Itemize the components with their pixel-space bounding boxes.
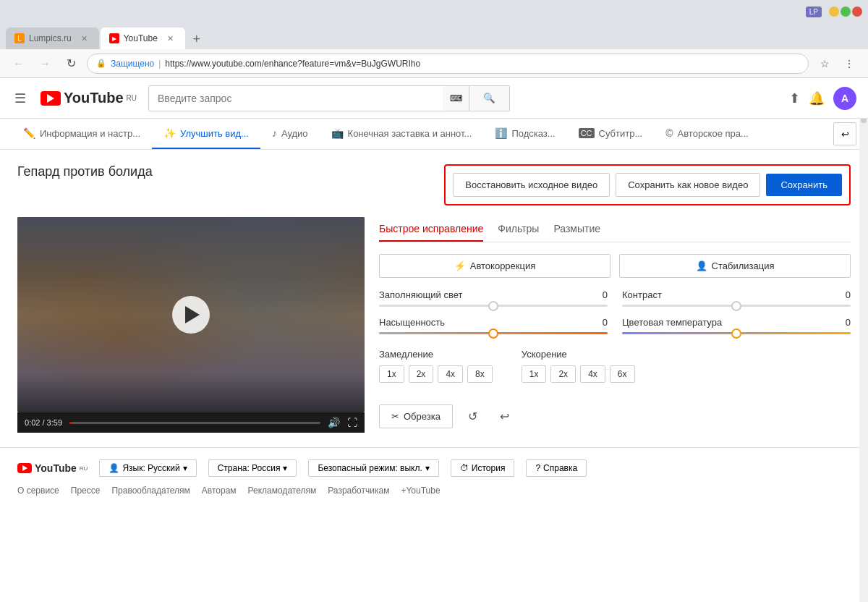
fill-light-slider[interactable] [379, 305, 608, 307]
fullscreen-icon[interactable]: ⛶ [347, 417, 357, 428]
tab-info[interactable]: ✏️ Информация и настр... [12, 119, 152, 149]
enhance-tabs: Быстрое исправление Фильтры Размытие [379, 217, 851, 242]
tab-audio[interactable]: ♪ Аудио [260, 119, 320, 149]
autocorrect-button[interactable]: ⚡ Автокоррекция [379, 254, 610, 278]
slow-2x-button[interactable]: 2х [409, 365, 434, 383]
play-button[interactable] [172, 296, 210, 334]
blur-tab[interactable]: Размытие [553, 217, 600, 242]
footer-link-developers[interactable]: Разработчикам [328, 486, 389, 496]
contrast-slider[interactable] [622, 305, 851, 307]
action-buttons-container: Восстановить исходное видео Сохранить ка… [444, 164, 851, 205]
fill-light-thumb[interactable] [488, 301, 498, 311]
color-temp-label: Цветовая температура [622, 317, 830, 328]
tab-enhance[interactable]: ✨ Улучшить вид... [152, 119, 260, 149]
tab-endscreen[interactable]: 📺 Конечная заставка и аннот... [320, 119, 484, 149]
address-bar: ← → ↻ 🔒 Защищено | https://www.youtube.c… [0, 49, 868, 78]
footer-link-about[interactable]: О сервисе [17, 486, 59, 496]
footer-link-press[interactable]: Прессе [71, 486, 101, 496]
more-button[interactable]: ⋮ [839, 54, 859, 74]
speedup-buttons: 1х 2х 4х 6х [522, 365, 635, 383]
color-temp-thumb[interactable] [731, 328, 741, 339]
fast-1x-button[interactable]: 1х [522, 365, 547, 383]
search-input[interactable] [149, 93, 443, 104]
help-icon: ? [535, 463, 540, 473]
color-temp-slider[interactable] [622, 332, 851, 334]
safe-mode-label: Безопасный режим: выкл. [318, 463, 422, 473]
tab-youtube[interactable]: ▶ YouTube ✕ [101, 27, 185, 49]
bookmark-button[interactable]: ☆ [814, 54, 835, 74]
country-selector[interactable]: Страна: Россия ▾ [208, 459, 297, 477]
scrollbar[interactable] [859, 78, 868, 602]
restore-video-button[interactable]: Восстановить исходное видео [453, 173, 610, 197]
color-temp-row: Цветовая температура 0 [622, 317, 851, 328]
new-tab-button[interactable]: + [187, 29, 207, 49]
fast-4x-button[interactable]: 4х [580, 365, 605, 383]
saturation-slider[interactable] [379, 332, 608, 334]
fast-2x-button[interactable]: 2х [550, 365, 576, 383]
filters-tab[interactable]: Фильтры [498, 217, 539, 242]
editor-nav: ✏️ Информация и настр... ✨ Улучшить вид.… [0, 119, 868, 150]
avatar[interactable]: A [833, 87, 856, 110]
footer-link-advertisers[interactable]: Рекламодателям [248, 486, 317, 496]
history-button[interactable]: ⏱ История [451, 459, 515, 477]
slow-8x-button[interactable]: 8х [467, 365, 493, 383]
volume-icon[interactable]: 🔊 [328, 417, 340, 428]
tab-copyright[interactable]: © Авторское пра... [654, 119, 760, 149]
trim-button[interactable]: ✂ Обрезка [379, 404, 453, 428]
cc-icon: CC [579, 128, 595, 138]
keyboard-button[interactable]: ⌨ [443, 85, 469, 111]
help-button[interactable]: ? Справка [526, 459, 587, 477]
tab-youtube-close[interactable]: ✕ [165, 33, 176, 44]
tab-cards[interactable]: ℹ️ Подсказ... [483, 119, 566, 149]
footer-link-copyright[interactable]: Правообладателям [111, 486, 190, 496]
slowdown-buttons: 1х 2х 4х 8х [379, 365, 493, 383]
search-button[interactable]: 🔍 [469, 85, 510, 111]
footer-logo[interactable]: YouTubeRU [17, 462, 88, 474]
progress-bar[interactable] [69, 422, 320, 424]
enhance-panel: Быстрое исправление Фильтры Размытие ⚡ А… [379, 217, 851, 433]
youtube-logo[interactable]: YouTubeRU [41, 90, 137, 106]
hamburger-menu-button[interactable]: ☰ [12, 88, 29, 109]
back-to-video-button[interactable]: ↩ [833, 122, 856, 145]
url-bar[interactable]: 🔒 Защищено | https://www.youtube.com/enh… [87, 54, 809, 74]
url-text: https://www.youtube.com/enhance?feature=… [165, 59, 799, 69]
minimize-button[interactable] [829, 7, 839, 17]
safe-mode-selector[interactable]: Безопасный режим: выкл. ▾ [308, 459, 438, 477]
language-selector[interactable]: 👤 Язык: Русский ▾ [99, 459, 196, 477]
close-button[interactable] [852, 7, 862, 17]
pencil-icon: ✏️ [23, 127, 35, 139]
tab-lumpics[interactable]: L Lumpics.ru ✕ [6, 27, 99, 49]
tab-audio-label: Аудио [281, 128, 308, 139]
youtube-logo-text: YouTube [64, 90, 124, 106]
refresh-button[interactable]: ↺ [461, 405, 485, 428]
tab-subtitles[interactable]: CC Субтитр... [567, 119, 655, 149]
fast-6x-button[interactable]: 6х [610, 365, 635, 383]
upload-button[interactable]: ⬆ [789, 90, 800, 106]
autocorrect-label: Автокоррекция [470, 260, 536, 271]
color-temp-value: 0 [836, 317, 851, 328]
tab-info-label: Информация и настр... [40, 128, 140, 139]
contrast-row: Контраст 0 [622, 289, 851, 300]
reload-button[interactable]: ↻ [61, 54, 81, 74]
stabilize-button[interactable]: 👤 Стабилизация [619, 254, 851, 278]
footer-link-creators[interactable]: Авторам [202, 486, 237, 496]
search-bar: ⌨ [148, 85, 469, 111]
slow-1x-button[interactable]: 1х [379, 365, 404, 383]
save-as-new-button[interactable]: Сохранить как новое видео [616, 173, 760, 197]
history-icon: ⏱ [460, 463, 469, 473]
undo-button[interactable]: ↩ [493, 405, 516, 428]
contrast-thumb[interactable] [731, 301, 741, 311]
saturation-thumb[interactable] [488, 328, 498, 339]
footer-link-plus[interactable]: +YouTube [401, 486, 440, 496]
tab-lumpics-close[interactable]: ✕ [79, 33, 90, 44]
play-icon [47, 94, 54, 103]
quick-fix-tab[interactable]: Быстрое исправление [379, 217, 483, 242]
slow-4x-button[interactable]: 4х [438, 365, 463, 383]
back-button[interactable]: ← [9, 54, 29, 74]
forward-button[interactable]: → [35, 54, 55, 74]
tab-cards-label: Подсказ... [511, 128, 555, 139]
save-button[interactable]: Сохранить [766, 174, 842, 196]
maximize-button[interactable] [841, 7, 851, 17]
notifications-button[interactable]: 🔔 [809, 90, 825, 106]
country-label: Страна: Россия [218, 463, 281, 473]
